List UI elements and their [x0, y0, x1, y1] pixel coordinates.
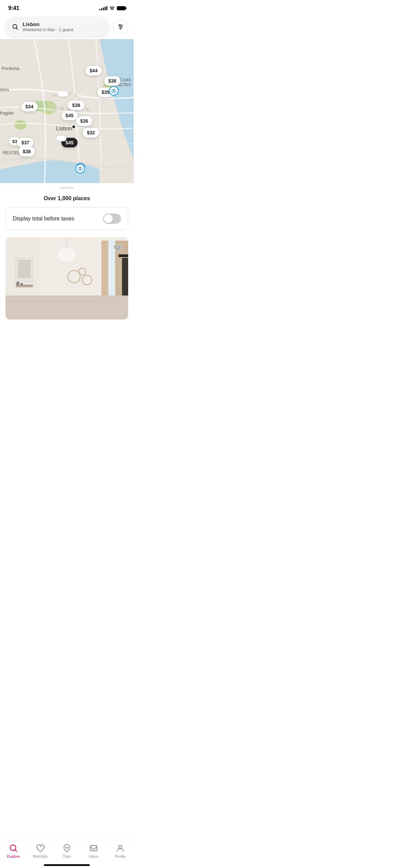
heart-icon [112, 243, 122, 253]
svg-rect-23 [86, 108, 90, 111]
camera-pin-2[interactable] [75, 164, 85, 173]
svg-rect-42 [18, 260, 31, 278]
map-label-lisbon: Lisbon [56, 125, 72, 132]
wishlist-heart-button[interactable] [111, 242, 123, 254]
taxes-toggle[interactable] [103, 214, 121, 224]
price-pin-37[interactable]: $37 [17, 138, 33, 147]
map-pill-1 [56, 136, 66, 141]
svg-rect-13 [51, 94, 56, 97]
places-count: Over 1,000 places [0, 189, 134, 207]
price-pin-38b[interactable]: $38 [68, 100, 84, 110]
search-icon [12, 23, 19, 30]
svg-point-30 [80, 168, 81, 170]
listing-image [5, 237, 128, 320]
svg-rect-50 [16, 282, 19, 285]
svg-rect-33 [5, 296, 128, 320]
search-details: Weekend in Mar · 1 guest [23, 27, 73, 32]
price-pin-38a[interactable]: $38 [104, 76, 120, 86]
wifi-icon [109, 6, 115, 10]
battery-icon [117, 6, 125, 10]
map-location-dot [72, 125, 76, 129]
svg-point-7 [120, 28, 121, 29]
svg-rect-29 [78, 168, 82, 170]
svg-point-5 [119, 24, 120, 26]
svg-rect-27 [112, 90, 116, 93]
camera-pin-1[interactable] [109, 86, 119, 96]
svg-point-28 [113, 91, 114, 92]
search-bar: Lisbon Weekend in Mar · 1 guest [0, 14, 134, 39]
price-pin-44[interactable]: $44 [85, 66, 101, 75]
price-pin-34[interactable]: $34 [21, 102, 37, 111]
map-label-dora: dora [0, 87, 9, 92]
map-pill-2 [58, 91, 68, 97]
svg-rect-36 [101, 241, 108, 296]
filter-icon [117, 23, 124, 30]
map-label-fragide: fragide [0, 110, 14, 116]
listing-card[interactable] [5, 237, 128, 320]
bottom-sheet: Over 1,000 places Display total before t… [0, 187, 134, 320]
svg-rect-19 [60, 107, 64, 111]
status-bar: 9:41 [0, 0, 134, 14]
svg-rect-49 [119, 254, 128, 257]
map-area[interactable]: Pontinha dora fragide RESTELO UE DASNAÇÔ… [0, 39, 134, 183]
svg-point-0 [112, 10, 112, 10]
search-text: Lisbon Weekend in Mar · 1 guest [23, 21, 73, 32]
status-icons [99, 6, 125, 10]
price-pin-36[interactable]: $36 [76, 116, 92, 126]
status-time: 9:41 [8, 5, 19, 12]
camera-icon-2 [78, 166, 83, 171]
svg-point-6 [121, 26, 122, 27]
svg-rect-17 [74, 94, 77, 97]
room-scene [5, 237, 128, 320]
search-input-area[interactable]: Lisbon Weekend in Mar · 1 guest [5, 17, 109, 36]
price-pin-45a[interactable]: $45 [61, 111, 77, 120]
filter-button[interactable] [113, 19, 128, 34]
svg-point-12 [14, 120, 27, 130]
price-pin-32[interactable]: $32 [83, 128, 99, 137]
toggle-row: Display total before taxes [5, 207, 128, 230]
svg-rect-48 [122, 258, 128, 296]
toggle-label: Display total before taxes [13, 216, 74, 222]
svg-rect-18 [53, 108, 58, 111]
map-label-pontinha: Pontinha [2, 66, 19, 71]
price-pin-38c[interactable]: $38 [19, 147, 35, 156]
svg-rect-51 [21, 283, 23, 285]
search-destination: Lisbon [23, 21, 73, 27]
svg-point-40 [57, 248, 76, 263]
camera-icon [111, 88, 116, 93]
signal-icon [99, 6, 107, 10]
svg-rect-16 [69, 92, 73, 95]
